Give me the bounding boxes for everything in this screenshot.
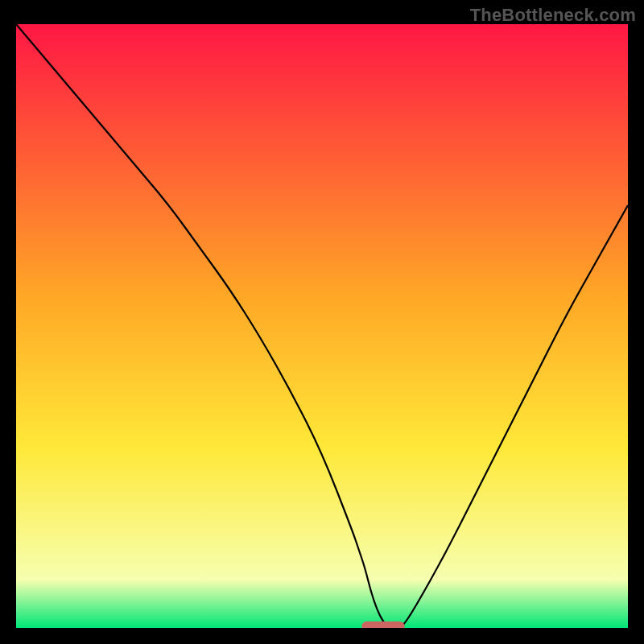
- chart-svg: [16, 24, 628, 628]
- chart-frame: TheBottleneck.com: [0, 0, 644, 644]
- optimal-zone-marker: [361, 621, 404, 628]
- bottleneck-plot: [16, 24, 628, 628]
- watermark-text: TheBottleneck.com: [470, 5, 636, 26]
- gradient-background: [16, 24, 628, 628]
